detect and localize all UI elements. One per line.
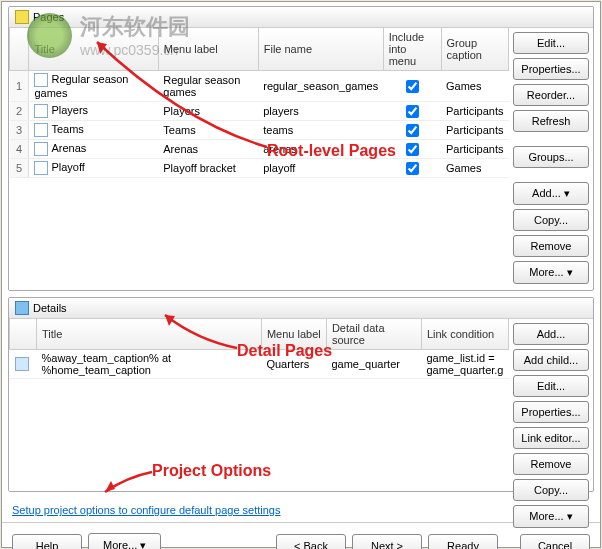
cell-file[interactable]: players bbox=[258, 102, 383, 121]
cell-title[interactable]: Playoff bbox=[29, 159, 158, 178]
col-group[interactable]: Group caption bbox=[441, 28, 508, 71]
pages-buttons: Edit... Properties... Reorder... Refresh… bbox=[509, 28, 593, 290]
next-button[interactable]: Next > bbox=[352, 534, 422, 550]
table-row[interactable]: 4 Arenas Arenas arenas Participants bbox=[10, 140, 509, 159]
col-title[interactable]: Title bbox=[29, 28, 158, 71]
rownum: 5 bbox=[10, 159, 29, 178]
d-edit-button[interactable]: Edit... bbox=[513, 375, 589, 397]
cell-include[interactable] bbox=[383, 159, 441, 178]
dcol-icon[interactable] bbox=[10, 319, 37, 350]
pages-table[interactable]: Title Menu label File name Include into … bbox=[9, 28, 509, 178]
cell-file[interactable]: playoff bbox=[258, 159, 383, 178]
page-file-icon bbox=[34, 142, 48, 156]
table-row[interactable]: 2 Players Players players Participants bbox=[10, 102, 509, 121]
table-row[interactable]: 1 Regular season games Regular season ga… bbox=[10, 71, 509, 102]
cell-menu[interactable]: Regular season games bbox=[158, 71, 258, 102]
d-addchild-button[interactable]: Add child... bbox=[513, 349, 589, 371]
properties-button[interactable]: Properties... bbox=[513, 58, 589, 80]
remove-button[interactable]: Remove bbox=[513, 235, 589, 257]
help-button[interactable]: HHelpelp bbox=[12, 534, 82, 550]
cell-file[interactable]: arenas bbox=[258, 140, 383, 159]
edit-button[interactable]: Edit... bbox=[513, 32, 589, 54]
cell-title[interactable]: Teams bbox=[29, 121, 158, 140]
dcell-link[interactable]: game_list.id = game_quarter.g bbox=[421, 350, 508, 379]
table-row[interactable]: %away_team_caption% at %home_team_captio… bbox=[10, 350, 509, 379]
include-checkbox[interactable] bbox=[406, 143, 419, 156]
rownum: 1 bbox=[10, 71, 29, 102]
detail-file-icon bbox=[15, 357, 29, 371]
details-buttons: Add... Add child... Edit... Properties..… bbox=[509, 319, 593, 491]
dcol-menu[interactable]: Menu label bbox=[261, 319, 326, 350]
groups-button[interactable]: Groups... bbox=[513, 146, 589, 168]
include-checkbox[interactable] bbox=[406, 124, 419, 137]
cell-menu[interactable]: Players bbox=[158, 102, 258, 121]
cell-menu[interactable]: Arenas bbox=[158, 140, 258, 159]
cell-file[interactable]: regular_season_games bbox=[258, 71, 383, 102]
page-file-icon bbox=[34, 73, 48, 87]
dcell-source[interactable]: game_quarter bbox=[326, 350, 421, 379]
cell-title[interactable]: Regular season games bbox=[29, 71, 158, 102]
col-menu[interactable]: Menu label bbox=[158, 28, 258, 71]
reorder-button[interactable]: Reorder... bbox=[513, 84, 589, 106]
cell-group[interactable]: Participants bbox=[441, 102, 508, 121]
d-copy-button[interactable]: Copy... bbox=[513, 479, 589, 501]
page-file-icon bbox=[34, 161, 48, 175]
d-remove-button[interactable]: Remove bbox=[513, 453, 589, 475]
back-button[interactable]: < Back bbox=[276, 534, 346, 550]
include-checkbox[interactable] bbox=[406, 105, 419, 118]
page-file-icon bbox=[34, 104, 48, 118]
details-header: Details bbox=[9, 298, 593, 319]
wizard-bar: HHelpelp More... ▾ < Back Next > Ready C… bbox=[2, 522, 600, 549]
cell-include[interactable] bbox=[383, 121, 441, 140]
col-rownum[interactable] bbox=[10, 28, 29, 71]
d-add-button[interactable]: Add... bbox=[513, 323, 589, 345]
cell-group[interactable]: Participants bbox=[441, 140, 508, 159]
cell-group[interactable]: Games bbox=[441, 159, 508, 178]
cell-title[interactable]: Players bbox=[29, 102, 158, 121]
cell-include[interactable] bbox=[383, 102, 441, 121]
project-options-link[interactable]: Setup project options to configure defau… bbox=[12, 504, 280, 516]
include-checkbox[interactable] bbox=[406, 80, 419, 93]
cell-include[interactable] bbox=[383, 140, 441, 159]
cell-group[interactable]: Participants bbox=[441, 121, 508, 140]
cell-menu[interactable]: Teams bbox=[158, 121, 258, 140]
cancel-button[interactable]: Cancel bbox=[520, 534, 590, 550]
cell-icon bbox=[10, 350, 37, 379]
d-linkeditor-button[interactable]: Link editor... bbox=[513, 427, 589, 449]
refresh-button[interactable]: Refresh bbox=[513, 110, 589, 132]
dcol-title[interactable]: Title bbox=[37, 319, 262, 350]
rownum: 2 bbox=[10, 102, 29, 121]
dcol-link[interactable]: Link condition bbox=[421, 319, 508, 350]
table-row[interactable]: 5 Playoff Playoff bracket playoff Games bbox=[10, 159, 509, 178]
col-include[interactable]: Include into menu bbox=[383, 28, 441, 71]
rownum: 3 bbox=[10, 121, 29, 140]
dcell-menu[interactable]: Quarters bbox=[261, 350, 326, 379]
more-button[interactable]: More... ▾ bbox=[513, 261, 589, 284]
cell-menu[interactable]: Playoff bracket bbox=[158, 159, 258, 178]
dcol-source[interactable]: Detail data source bbox=[326, 319, 421, 350]
pages-icon bbox=[15, 10, 29, 24]
rownum: 4 bbox=[10, 140, 29, 159]
ready-button[interactable]: Ready bbox=[428, 534, 498, 550]
dcell-title[interactable]: %away_team_caption% at %home_team_captio… bbox=[37, 350, 262, 379]
details-title: Details bbox=[33, 302, 67, 314]
col-file[interactable]: File name bbox=[258, 28, 383, 71]
details-icon bbox=[15, 301, 29, 315]
include-checkbox[interactable] bbox=[406, 162, 419, 175]
add-button[interactable]: Add... ▾ bbox=[513, 182, 589, 205]
cell-group[interactable]: Games bbox=[441, 71, 508, 102]
d-properties-button[interactable]: Properties... bbox=[513, 401, 589, 423]
d-more-button[interactable]: More... ▾ bbox=[513, 505, 589, 528]
page-file-icon bbox=[34, 123, 48, 137]
pages-title: Pages bbox=[33, 11, 64, 23]
details-table[interactable]: Title Menu label Detail data source Link… bbox=[9, 319, 509, 379]
cell-include[interactable] bbox=[383, 71, 441, 102]
copy-button[interactable]: Copy... bbox=[513, 209, 589, 231]
cell-title[interactable]: Arenas bbox=[29, 140, 158, 159]
pages-header: Pages bbox=[9, 7, 593, 28]
table-row[interactable]: 3 Teams Teams teams Participants bbox=[10, 121, 509, 140]
wizard-more-button[interactable]: More... ▾ bbox=[88, 533, 161, 549]
cell-file[interactable]: teams bbox=[258, 121, 383, 140]
